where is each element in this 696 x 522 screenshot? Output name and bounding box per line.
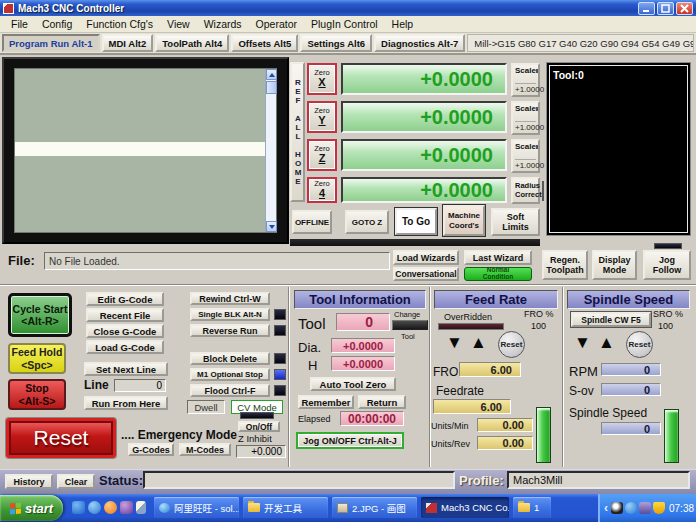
offline-button[interactable]: OFFLINE <box>292 210 332 234</box>
tab-offsets[interactable]: Offsets Alt5 <box>231 34 298 52</box>
reverse-run-button[interactable]: Reverse Run <box>190 324 270 337</box>
taskbar-item-mach3[interactable]: Mach3 CNC Co... <box>421 497 509 518</box>
tab-diagnostics[interactable]: Diagnostics Alt-7 <box>374 34 465 52</box>
media-icon[interactable] <box>120 501 133 514</box>
s-ov-dro[interactable]: 0 <box>601 383 661 396</box>
jog-onoff-button[interactable]: Jog ON/OFF Ctrl-Alt-J <box>296 432 404 449</box>
rewind-button[interactable]: Rewind Ctrl-W <box>190 292 270 305</box>
line-number-field[interactable]: 0 <box>114 379 166 392</box>
change-tool-button[interactable] <box>392 320 428 330</box>
zero-z-button[interactable]: Zero Z <box>307 139 337 171</box>
menu-wizards[interactable]: Wizards <box>197 18 249 30</box>
menu-function-cfgs[interactable]: Function Cfg's <box>79 18 160 30</box>
spindle-speed-slider[interactable] <box>664 409 679 463</box>
close-button[interactable] <box>676 2 693 15</box>
feedrate-dro[interactable]: 6.00 <box>433 399 511 414</box>
history-button[interactable]: History <box>5 474 53 489</box>
edit-gcode-button[interactable]: Edit G-Code <box>86 292 164 306</box>
tool-number-dro[interactable]: 0 <box>336 313 390 331</box>
goto-z-button[interactable]: GOTO Z <box>345 210 389 234</box>
return-button[interactable]: Return <box>358 395 406 409</box>
z-inhibit-value-field[interactable]: +0.000 <box>236 445 286 458</box>
gcode-list[interactable] <box>14 68 277 233</box>
recent-file-button[interactable]: Recent File <box>86 308 164 322</box>
zero-4-button[interactable]: Zero 4 <box>307 177 337 203</box>
feed-hold-button[interactable]: Feed Hold <Spc> <box>8 343 66 374</box>
scale-z-button[interactable]: Scale +1.0000 <box>511 139 540 173</box>
units-rev-dro[interactable]: 0.00 <box>477 436 533 450</box>
menu-config[interactable]: Config <box>35 18 79 30</box>
run-from-here-button[interactable]: Run From Here <box>84 396 168 410</box>
scale-x-button[interactable]: Scale +1.0000 <box>511 63 540 97</box>
scroll-down-button[interactable] <box>266 221 277 232</box>
tool-dia-dro[interactable]: +0.0000 <box>331 338 395 353</box>
tab-mdi[interactable]: MDI Alt2 <box>102 34 154 52</box>
qq-tray-icon[interactable] <box>611 502 623 514</box>
cycle-start-button[interactable]: Cycle Start <Alt-R> <box>8 293 72 337</box>
units-min-dro[interactable]: 0.00 <box>477 418 533 432</box>
machine-coords-button[interactable]: Machine Coord's <box>443 205 485 236</box>
scale-x-value[interactable]: +1.0000 <box>515 83 536 94</box>
last-wizard-button[interactable]: Last Wizard <box>464 250 532 265</box>
display-mode-button[interactable]: Display Mode <box>592 250 637 280</box>
toolpath-display[interactable]: Tool:0 <box>546 62 691 236</box>
menu-operator[interactable]: Operator <box>249 18 304 30</box>
scale-y-button[interactable]: Scale +1.0000 <box>511 101 540 135</box>
feedrate-slider[interactable] <box>536 407 551 463</box>
zero-y-button[interactable]: Zero Y <box>307 101 337 133</box>
zero-x-button[interactable]: Zero X <box>307 63 337 95</box>
remember-button[interactable]: Remember <box>298 395 354 409</box>
set-next-line-button[interactable]: Set Next Line <box>84 362 168 376</box>
close-gcode-button[interactable]: Close G-Code <box>86 324 164 338</box>
spindle-override-up-icon[interactable]: ▲ <box>598 334 615 351</box>
messenger-tray-icon[interactable] <box>625 502 637 514</box>
flood-button[interactable]: Flood Ctrl-F <box>190 384 270 397</box>
z-inhibit-onoff-button[interactable]: On/Off <box>238 421 280 432</box>
file-field[interactable]: No File Loaded. <box>44 252 390 270</box>
feed-override-down-icon[interactable]: ▼ <box>446 334 463 351</box>
load-gcode-button[interactable]: Load G-Code <box>86 340 164 354</box>
elapsed-time-dro[interactable]: 00:00:00 <box>340 411 404 426</box>
spindle-cw-button[interactable]: Spindle CW F5 <box>571 312 651 327</box>
to-go-button[interactable]: To Go <box>395 208 437 235</box>
feed-override-up-icon[interactable]: ▲ <box>470 334 487 351</box>
spindle-override-reset-button[interactable]: Reset <box>626 331 653 358</box>
ie-icon[interactable] <box>72 501 85 514</box>
m-codes-button[interactable]: M-Codes <box>179 443 231 456</box>
taskbar-item-wangwang[interactable]: 阿里旺旺 - sol... <box>154 497 239 518</box>
reset-button[interactable]: Reset <box>6 418 116 458</box>
dro-y[interactable]: +0.0000 <box>341 101 507 133</box>
display-tray-icon[interactable] <box>639 502 651 514</box>
dro-4[interactable]: +0.0000 <box>341 177 507 203</box>
security-shield-icon[interactable] <box>653 502 665 514</box>
radius-correct-button[interactable]: Radius Correct <box>511 177 540 204</box>
taskbar-item-dev-tools[interactable]: 开发工具 <box>243 497 328 518</box>
clear-button[interactable]: Clear <box>57 474 95 489</box>
dro-x[interactable]: +0.0000 <box>341 63 507 95</box>
g-codes-button[interactable]: G-Codes <box>128 443 174 456</box>
fro-dro[interactable]: 6.00 <box>459 362 521 377</box>
tool-h-dro[interactable]: +0.0000 <box>331 356 395 371</box>
menu-plugin-control[interactable]: PlugIn Control <box>304 18 385 30</box>
stop-button[interactable]: Stop <Alt-S> <box>8 379 66 410</box>
load-wizards-button[interactable]: Load Wizards <box>393 250 459 265</box>
auto-tool-zero-button[interactable]: Auto Tool Zero <box>310 377 396 391</box>
ref-all-home-button[interactable]: REF ALL HOME <box>290 62 305 202</box>
maximize-button[interactable] <box>657 2 674 15</box>
messenger-icon[interactable] <box>88 501 101 514</box>
tab-toolpath[interactable]: ToolPath Alt4 <box>155 34 229 52</box>
scale-z-value[interactable]: +1.0000 <box>515 159 536 170</box>
taskbar-item-folder-1[interactable]: 1 <box>513 497 551 518</box>
soft-limits-button[interactable]: Soft Limits <box>491 208 540 236</box>
show-desktop-icon[interactable] <box>136 501 146 514</box>
dro-z[interactable]: +0.0000 <box>341 139 507 171</box>
menu-help[interactable]: Help <box>385 18 421 30</box>
start-button[interactable]: start <box>0 495 63 521</box>
single-blk-button[interactable]: Single BLK Alt-N <box>190 308 270 321</box>
jog-follow-button[interactable]: Jog Follow <box>643 250 691 280</box>
block-delete-button[interactable]: Block Delete <box>190 352 270 365</box>
gcode-scrollbar[interactable] <box>265 69 276 232</box>
menu-view[interactable]: View <box>160 18 197 30</box>
tab-settings[interactable]: Settings Alt6 <box>300 34 372 52</box>
tab-program-run[interactable]: Program Run Alt-1 <box>2 34 100 52</box>
